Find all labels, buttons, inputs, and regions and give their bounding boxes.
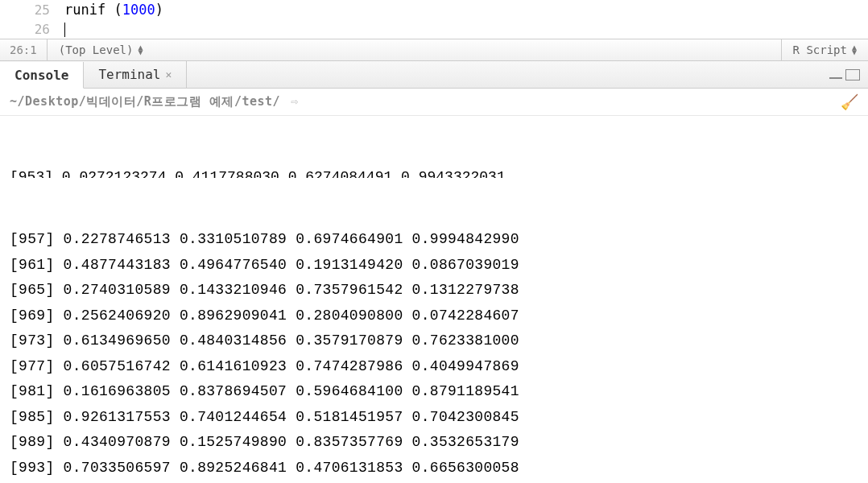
console-output-row: [985] 0.9261317553 0.7401244654 0.518145… <box>10 405 858 431</box>
path-arrow-icon[interactable]: ⇨ <box>291 94 298 109</box>
console-output-row: [961] 0.4877443183 0.4964776540 0.191314… <box>10 253 858 279</box>
language-label: R Script <box>793 43 847 56</box>
code-content[interactable]: runif (1000) <box>64 2 868 18</box>
panel-window-controls <box>829 69 868 80</box>
code-content[interactable] <box>64 21 868 37</box>
console-output-row: [993] 0.7033506597 0.8925246841 0.470613… <box>10 456 858 481</box>
code-editor[interactable]: 25 runif (1000) 26 <box>0 0 868 39</box>
console-path-bar: ~/Desktop/빅데이터/R프로그램 예제/test/ ⇨ 🧹 <box>0 89 868 116</box>
console-output-row: [973] 0.6134969650 0.4840314856 0.357917… <box>10 328 858 354</box>
maximize-icon[interactable] <box>845 69 860 80</box>
language-selector[interactable]: R Script ▲▼ <box>781 39 868 60</box>
tab-terminal[interactable]: Terminal ✕ <box>84 61 187 88</box>
console-output-row: [957] 0.2278746513 0.3310510789 0.697466… <box>10 227 858 253</box>
console-output-row: [981] 0.1616963805 0.8378694507 0.596468… <box>10 379 858 405</box>
tab-console-label: Console <box>14 68 68 83</box>
updown-icon: ▲▼ <box>852 45 857 55</box>
code-function: runif <box>64 2 105 18</box>
line-number: 26 <box>0 22 64 37</box>
code-line-26[interactable]: 26 <box>0 19 868 39</box>
close-icon[interactable]: ✕ <box>166 68 172 80</box>
scope-selector[interactable]: (Top Level) ▲▼ <box>48 43 781 56</box>
updown-icon: ▲▼ <box>138 45 143 55</box>
cursor-position-text: 26:1 <box>10 43 37 56</box>
code-line-25[interactable]: 25 runif (1000) <box>0 0 868 19</box>
console-output-row: [977] 0.6057516742 0.6141610923 0.747428… <box>10 354 858 380</box>
console-output[interactable]: [953] 0.0272123274 0.4117788030 0.627408… <box>0 116 868 483</box>
editor-status-bar: 26:1 (Top Level) ▲▼ R Script ▲▼ <box>0 39 868 61</box>
console-working-directory[interactable]: ~/Desktop/빅데이터/R프로그램 예제/test/ <box>10 94 280 109</box>
console-clipped-row: [953] 0.0272123274 0.4117788030 0.627408… <box>10 170 858 178</box>
line-number: 25 <box>0 2 64 18</box>
console-output-row: [989] 0.4340970879 0.1525749890 0.835735… <box>10 430 858 456</box>
tab-terminal-label: Terminal <box>98 67 160 82</box>
code-close-paren: ) <box>155 2 163 18</box>
minimize-icon[interactable] <box>829 71 842 79</box>
console-output-row: [969] 0.2562406920 0.8962909041 0.280409… <box>10 303 858 329</box>
code-open-paren: ( <box>105 2 122 18</box>
scope-label: (Top Level) <box>59 43 134 56</box>
code-number-literal: 1000 <box>122 2 155 18</box>
tab-console[interactable]: Console <box>0 62 84 89</box>
editor-cursor <box>64 23 65 37</box>
console-output-row: [965] 0.2740310589 0.1433210946 0.735796… <box>10 278 858 303</box>
panel-tab-bar: Console Terminal ✕ <box>0 61 868 89</box>
cursor-position-indicator[interactable]: 26:1 <box>0 39 48 60</box>
clear-console-icon[interactable]: 🧹 <box>841 93 858 110</box>
